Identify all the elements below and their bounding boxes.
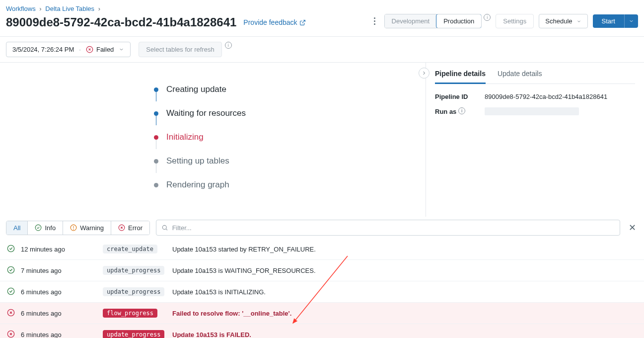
page-title: 89009de8-5792-42ca-bcd2-41b4a1828641 — [6, 15, 236, 29]
close-button[interactable]: ✕ — [626, 222, 638, 234]
chevron-right-icon: › — [39, 5, 41, 12]
log-tag: create_update — [103, 245, 172, 254]
stage-label: Rendering graph — [166, 180, 229, 190]
log-message: Update 10a153 is INITIALIZING. — [172, 288, 637, 296]
log-row[interactable]: 12 minutes agocreate_updateUpdate 10a153… — [0, 239, 644, 260]
filter-error[interactable]: Error — [111, 221, 149, 235]
header: Workflows › Delta Live Tables › 89009de8… — [0, 0, 644, 37]
svg-point-14 — [7, 245, 14, 252]
check-circle-icon — [7, 266, 16, 275]
check-circle-icon — [35, 224, 42, 231]
stage-label: Setting up tables — [166, 156, 229, 166]
tab-pipeline-details[interactable]: Pipeline details — [435, 70, 486, 84]
stage-dot-icon — [154, 135, 158, 140]
header-left: Workflows › Delta Live Tables › 89009de8… — [6, 5, 306, 29]
detail-row: Pipeline ID 89009de8-5792-42ca-bcd2-41b4… — [435, 93, 635, 100]
filter-warning[interactable]: Warning — [63, 221, 111, 235]
breadcrumb-dlt[interactable]: Delta Live Tables — [45, 5, 94, 12]
log-filter-bar: All Info Warning Error ✕ — [0, 217, 644, 239]
svg-point-4 — [36, 225, 42, 231]
detail-tabs: Pipeline details Update details — [435, 70, 635, 84]
log-row[interactable]: 6 minutes agoupdate_progressUpdate 10a15… — [0, 324, 644, 338]
log-tag: flow_progress — [103, 309, 172, 318]
stage-dot-icon — [154, 159, 158, 164]
log-time: 12 minutes ago — [21, 246, 103, 253]
info-icon[interactable]: i — [225, 42, 232, 49]
svg-line-0 — [302, 20, 305, 23]
filter-all[interactable]: All — [6, 221, 28, 235]
stage-dot-icon — [154, 183, 158, 187]
main-content: Creating updateWaiting for resourcesInit… — [0, 63, 644, 217]
svg-point-11 — [162, 225, 166, 229]
log-time: 6 minutes ago — [21, 310, 103, 317]
status-badge: Failed — [86, 46, 114, 53]
run-selector[interactable]: 3/5/2024, 7:26:24 PM · Failed — [6, 42, 131, 57]
log-time: 7 minutes ago — [21, 267, 103, 274]
schedule-button[interactable]: Schedule — [539, 14, 587, 28]
stage-dot-icon — [154, 111, 158, 116]
run-toolbar: 3/5/2024, 7:26:24 PM · Failed Select tab… — [0, 37, 644, 63]
chevron-down-icon — [629, 18, 634, 24]
log-tag: update_progress — [103, 330, 172, 338]
select-tables-button[interactable]: Select tables for refresh — [139, 42, 221, 57]
detail-row: Run as i — [435, 107, 635, 115]
log-tag: update_progress — [103, 266, 172, 275]
stage-item: Creating update — [154, 78, 426, 101]
stage-item: Waiting for resources — [154, 101, 426, 125]
log-row[interactable]: 7 minutes agoupdate_progressUpdate 10a15… — [0, 260, 644, 281]
chevron-right-icon — [421, 70, 427, 76]
log-message: Update 10a153 started by RETRY_ON_FAILUR… — [172, 246, 637, 253]
collapse-handle[interactable] — [419, 68, 429, 79]
log-row[interactable]: 6 minutes agoflow_progressFailed to reso… — [0, 303, 644, 324]
breadcrumb-workflows[interactable]: Workflows — [6, 5, 36, 12]
error-icon — [7, 309, 16, 318]
chevron-right-icon: › — [98, 5, 100, 12]
log-search-input[interactable] — [172, 224, 615, 232]
header-right: Development Production i Settings Schedu… — [370, 5, 638, 28]
stage-item: Rendering graph — [154, 173, 426, 197]
side-panel: Pipeline details Update details Pipeline… — [426, 63, 644, 217]
start-button-group: Start — [593, 14, 638, 28]
check-circle-icon — [7, 245, 16, 254]
run-timestamp: 3/5/2024, 7:26:24 PM — [12, 46, 74, 53]
kebab-menu[interactable] — [370, 16, 379, 27]
check-circle-icon — [7, 287, 16, 296]
settings-button[interactable]: Settings — [496, 14, 534, 28]
svg-point-7 — [73, 229, 74, 230]
log-tag: update_progress — [103, 287, 172, 296]
search-icon — [161, 224, 168, 231]
error-icon — [7, 330, 16, 338]
log-message: Failed to resolve flow: '__online_table'… — [172, 310, 637, 317]
start-button[interactable]: Start — [593, 14, 624, 28]
info-icon[interactable]: i — [458, 107, 465, 114]
run-as-value-redacted — [485, 107, 579, 115]
stage-dot-icon — [154, 87, 158, 92]
error-icon — [118, 224, 125, 231]
log-row[interactable]: 6 minutes agoupdate_progressUpdate 10a15… — [0, 281, 644, 303]
external-link-icon — [299, 19, 306, 26]
tab-update-details[interactable]: Update details — [498, 70, 542, 84]
stage-list: Creating updateWaiting for resourcesInit… — [0, 63, 426, 217]
log-search[interactable] — [156, 220, 620, 236]
provide-feedback-link[interactable]: Provide feedback — [243, 18, 305, 26]
info-icon[interactable]: i — [484, 14, 491, 21]
pipeline-id-value: 89009de8-5792-42ca-bcd2-41b4a1828641 — [485, 93, 607, 100]
error-icon — [86, 46, 93, 53]
log-list: 12 minutes agocreate_updateUpdate 10a153… — [0, 239, 644, 338]
stage-item: Setting up tables — [154, 149, 426, 173]
severity-filter: All Info Warning Error — [6, 221, 150, 235]
start-dropdown[interactable] — [624, 14, 638, 28]
env-segment: Development Production — [384, 14, 482, 28]
chevron-down-icon — [119, 47, 124, 52]
pipeline-id-label: Pipeline ID — [435, 93, 485, 100]
log-message: Update 10a153 is WAITING_FOR_RESOURCES. — [172, 267, 637, 274]
svg-point-15 — [7, 266, 14, 273]
breadcrumb: Workflows › Delta Live Tables › — [6, 5, 306, 12]
filter-info[interactable]: Info — [28, 221, 63, 235]
production-toggle[interactable]: Production — [436, 14, 482, 28]
development-toggle[interactable]: Development — [385, 14, 437, 28]
log-time: 6 minutes ago — [21, 288, 103, 296]
title-row: 89009de8-5792-42ca-bcd2-41b4a1828641 Pro… — [6, 15, 306, 29]
stage-label: Waiting for resources — [166, 108, 246, 118]
stage-label: Creating update — [166, 84, 226, 94]
